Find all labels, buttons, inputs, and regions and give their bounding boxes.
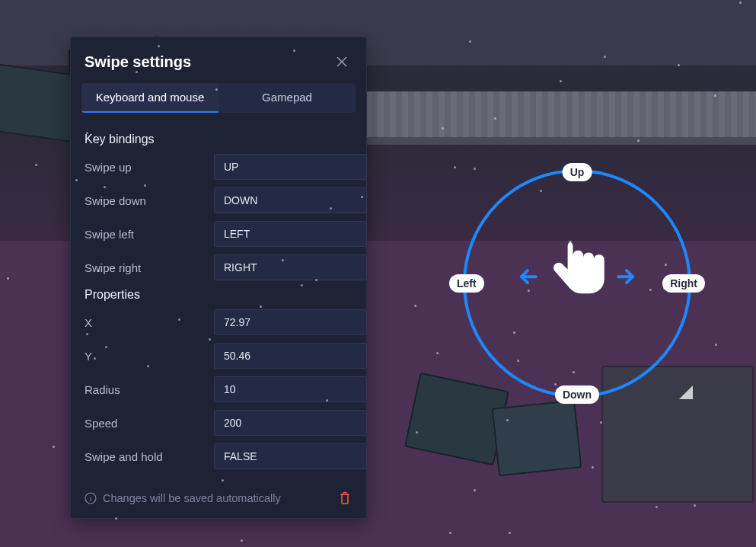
panel-footer: Changes will be saved automatically [71,481,366,518]
row-radius: Radius [85,376,352,402]
direction-label-down[interactable]: Down [555,385,599,404]
label-x: X [85,316,214,329]
panel-title: Swipe settings [85,53,191,71]
label-swipe-up: Swipe up [85,161,214,174]
hand-pointer-icon [543,235,611,318]
section-keybindings-title: Key bindings [85,133,352,146]
label-radius: Radius [85,383,214,396]
label-swipe-hold: Swipe and hold [85,450,214,463]
info-icon [85,492,97,504]
bg-platform [365,91,756,145]
input-swipe-left[interactable] [214,221,367,247]
swipe-hand-indicator [515,235,639,318]
row-swipe-up: Swipe up [85,154,352,180]
input-swipe-up[interactable] [214,154,367,180]
bg-crate [0,62,76,142]
arrow-left-icon [515,264,540,289]
footer-message: Changes will be saved automatically [103,492,281,504]
input-speed[interactable] [214,410,367,436]
section-properties-title: Properties [85,288,352,302]
swipe-circle[interactable]: Up Down Left Right [463,169,691,398]
swipe-settings-panel: Swipe settings Keyboard and mouse Gamepa… [70,37,367,519]
input-swipe-down[interactable] [214,187,367,213]
input-y[interactable] [214,343,367,369]
close-icon [334,54,349,69]
direction-label-right[interactable]: Right [662,274,705,293]
label-y: Y [85,350,214,363]
row-x: X [85,309,352,335]
input-swipe-right[interactable] [214,254,367,280]
label-swipe-right: Swipe right [85,261,214,274]
resize-handle[interactable] [679,385,693,399]
footer-info: Changes will be saved automatically [85,492,281,504]
panel-body: Key bindings Swipe up Swipe down Swipe l… [71,117,366,481]
bg-crate [492,399,582,476]
row-speed: Speed [85,410,352,436]
input-x[interactable] [214,309,367,335]
input-radius[interactable] [214,376,367,402]
label-swipe-left: Swipe left [85,228,214,241]
label-swipe-down: Swipe down [85,194,214,207]
row-swipe-left: Swipe left [85,221,352,247]
panel-header: Swipe settings [71,37,366,83]
row-swipe-down: Swipe down [85,187,352,213]
tab-gamepad[interactable]: Gamepad [219,83,356,113]
delete-button[interactable] [337,491,352,506]
close-button[interactable] [331,51,352,72]
direction-label-up[interactable]: Up [563,163,592,181]
label-speed: Speed [85,417,214,430]
swipe-overlay[interactable]: Up Down Left Right [463,169,691,398]
arrow-right-icon [614,264,639,289]
direction-label-left[interactable]: Left [449,274,484,293]
row-swipe-hold: Swipe and hold [85,443,352,469]
tabs: Keyboard and mouse Gamepad [81,83,356,113]
row-swipe-right: Swipe right [85,254,352,280]
input-swipe-hold[interactable] [214,443,367,469]
row-y: Y [85,343,352,369]
trash-icon [340,493,349,504]
tab-keyboard-mouse[interactable]: Keyboard and mouse [81,83,219,113]
